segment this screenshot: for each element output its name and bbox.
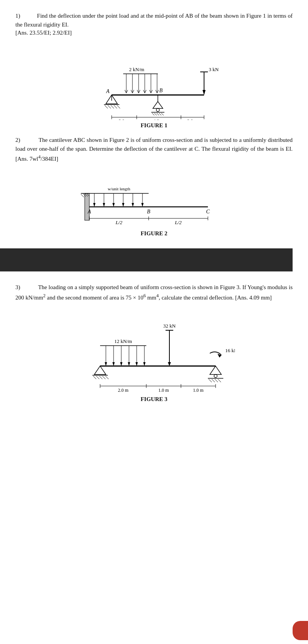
svg-line-75: [96, 376, 99, 379]
figure-2-label: FIGURE 2: [141, 230, 167, 237]
svg-line-74: [93, 376, 96, 379]
q1-number: 1): [15, 12, 31, 20]
svg-line-85: [218, 379, 221, 382]
svg-line-26: [137, 90, 139, 93]
svg-marker-10: [153, 102, 163, 108]
corner-accent: [293, 621, 308, 640]
svg-line-76: [99, 376, 102, 379]
svg-marker-60: [112, 203, 115, 207]
svg-line-30: [145, 90, 146, 93]
figure-2-svg: w/unit length A B C L/2 L/2: [81, 170, 227, 228]
svg-marker-64: [132, 203, 134, 207]
svg-marker-38: [203, 90, 206, 95]
q2-number: 2): [15, 136, 31, 145]
dim-2m-2: 2.0 m: [187, 118, 198, 120]
svg-line-27: [139, 90, 140, 93]
dim-1m-2-fig3: 1.0 m: [193, 388, 204, 393]
svg-marker-66: [141, 203, 144, 207]
figure-1-svg: 2 kN/m 3 kN A B 2.0 m 4.0 m: [77, 43, 231, 120]
svg-line-16: [159, 113, 161, 115]
svg-rect-47: [85, 193, 89, 220]
figure-3-label: FIGURE 3: [141, 396, 167, 403]
svg-line-23: [131, 90, 132, 93]
svg-line-24: [132, 90, 134, 93]
moment-label: 16 kNm: [225, 348, 235, 353]
udl-label-fig2: w/unit length: [108, 186, 131, 191]
label-A-fig2: A: [87, 209, 91, 215]
q3-text: 3) The loading on a simply supported bea…: [15, 283, 293, 302]
dim-L2-left: L/2: [115, 220, 122, 225]
svg-line-5: [111, 105, 114, 108]
dim-2m-fig3: 2.0 m: [118, 388, 129, 393]
figure-2-container: w/unit length A B C L/2 L/2 FIGURE 2: [15, 170, 293, 237]
dim-1m-1-fig3: 1.0 m: [158, 388, 169, 393]
svg-line-20: [125, 90, 126, 93]
svg-point-80: [214, 374, 217, 378]
svg-marker-62: [122, 203, 124, 207]
q3-number: 3): [15, 283, 31, 292]
question-3: 3) The loading on a simply supported bea…: [15, 283, 293, 302]
svg-marker-58: [103, 203, 105, 207]
label-B: B: [159, 88, 163, 93]
label-A: A: [106, 88, 110, 94]
svg-line-32: [149, 90, 151, 93]
svg-line-78: [105, 376, 109, 379]
figure-1-label: FIGURE 1: [141, 122, 167, 129]
svg-line-4: [108, 105, 111, 108]
svg-line-21: [126, 90, 128, 93]
q2-text: 2) The cantilever ABC shown in Figure 2 …: [15, 136, 293, 164]
figure-1-container: 2 kN/m 3 kN A B 2.0 m 4.0 m: [15, 43, 293, 129]
svg-line-7: [117, 105, 120, 108]
svg-marker-56: [93, 203, 95, 207]
q1-ans: [Ans. 23.55/EI; 2.92/EI]: [15, 30, 293, 36]
point-load-label: 3 kN: [209, 67, 219, 72]
svg-marker-72: [94, 366, 106, 374]
svg-line-77: [102, 376, 105, 379]
label-C-fig2: C: [206, 209, 210, 215]
svg-line-82: [209, 379, 212, 382]
svg-line-84: [215, 379, 218, 382]
svg-line-29: [143, 90, 145, 93]
svg-line-17: [161, 113, 164, 115]
svg-line-36: [157, 90, 159, 93]
page: 1) Find the deflection under the point l…: [0, 0, 308, 644]
figure-3-svg: 12 kN/m 32 kN 16 kNm 2.0 m 1.0 m: [73, 309, 235, 394]
dark-separator: [0, 248, 293, 271]
question-1: 1) Find the deflection under the point l…: [15, 12, 293, 36]
svg-point-11: [156, 108, 159, 111]
point-load-32kn: 32 kN: [163, 323, 176, 329]
udl-label-fig3: 12 kN/m: [114, 338, 132, 344]
svg-line-33: [151, 90, 152, 93]
question-2: 2) The cantilever ABC shown in Figure 2 …: [15, 136, 293, 164]
dim-L2-right: L/2: [174, 220, 182, 225]
q1-text: 1) Find the deflection under the point l…: [15, 12, 293, 30]
svg-marker-79: [210, 366, 221, 374]
udl-label: 2 kN/m: [129, 67, 144, 72]
dim-4m: 4.0 m: [153, 118, 164, 120]
svg-line-35: [156, 90, 157, 93]
svg-line-49: [81, 194, 84, 197]
dim-2m-1: 2.0 m: [119, 118, 129, 120]
svg-line-14: [154, 113, 157, 115]
svg-line-6: [114, 105, 117, 108]
svg-line-3: [105, 105, 108, 108]
svg-line-15: [157, 113, 159, 115]
svg-line-83: [212, 379, 215, 382]
svg-line-13: [152, 113, 154, 115]
figure-3-container: 12 kN/m 32 kN 16 kNm 2.0 m 1.0 m: [15, 309, 293, 403]
label-B-fig2: B: [147, 209, 151, 215]
